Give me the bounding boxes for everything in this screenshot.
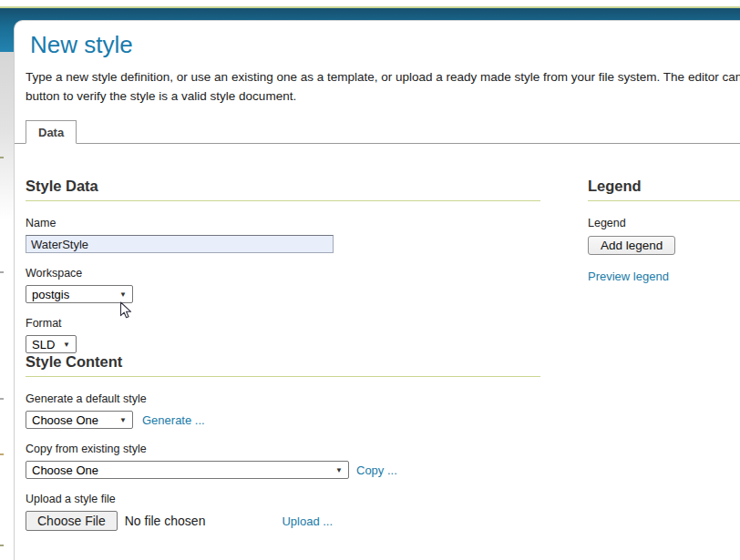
copy-label: Copy from existing style xyxy=(26,443,540,455)
copy-select-value: Choose One xyxy=(32,463,98,477)
upload-field-group: Upload a style file Choose File No file … xyxy=(26,493,540,531)
page-title: New style xyxy=(30,32,740,57)
left-edge-tick xyxy=(0,271,4,273)
style-name-input[interactable] xyxy=(26,235,334,253)
chevron-down-icon: ▼ xyxy=(119,416,127,424)
page-description-line1: Type a new style definition, or use an e… xyxy=(26,67,740,87)
chevron-down-icon: ▼ xyxy=(335,466,343,474)
generate-label: Generate a default style xyxy=(26,392,540,405)
style-form-column: Style Data Name Workspace postgis ▼ Form… xyxy=(26,178,540,531)
left-edge-tick xyxy=(0,453,4,455)
format-label: Format xyxy=(26,317,540,330)
add-legend-button[interactable]: Add legend xyxy=(588,236,675,255)
chevron-down-icon: ▼ xyxy=(63,341,70,349)
name-field-group: Name xyxy=(26,217,540,253)
workspace-select-value: postgis xyxy=(32,288,69,301)
format-field-group: Format SLD ▼ xyxy=(26,317,540,353)
page-description: Type a new style definition, or use an e… xyxy=(26,67,740,106)
main-columns: Style Data Name Workspace postgis ▼ Form… xyxy=(26,178,740,531)
format-select-value: SLD xyxy=(32,338,55,351)
top-white-strip xyxy=(0,0,740,6)
style-content-heading: Style Content xyxy=(26,353,540,377)
workspace-select[interactable]: postgis ▼ xyxy=(26,285,133,303)
copy-field-group: Copy from existing style Choose One ▼ Co… xyxy=(26,443,540,479)
generate-select-value: Choose One xyxy=(32,413,98,427)
upload-link[interactable]: Upload ... xyxy=(282,514,333,528)
tab-data[interactable]: Data xyxy=(26,120,77,144)
copy-style-select[interactable]: Choose One ▼ xyxy=(26,461,349,479)
left-edge-tick xyxy=(0,545,4,546)
copy-link[interactable]: Copy ... xyxy=(356,463,397,477)
chevron-down-icon: ▼ xyxy=(119,290,127,299)
page-description-line2: button to verify the style is a valid st… xyxy=(26,87,740,106)
tab-bar: Data xyxy=(15,120,740,144)
preview-legend-link[interactable]: Preview legend xyxy=(588,270,669,283)
generate-link[interactable]: Generate ... xyxy=(142,413,205,427)
workspace-label: Workspace xyxy=(26,267,540,280)
name-label: Name xyxy=(26,217,540,229)
generate-style-select[interactable]: Choose One ▼ xyxy=(26,411,133,429)
legend-column: Legend Legend Add legend Preview legend xyxy=(588,178,740,531)
left-gutter-shadow xyxy=(0,52,14,220)
upload-label: Upload a style file xyxy=(26,493,540,505)
content-card: New style Type a new style definition, o… xyxy=(14,20,740,560)
choose-file-button[interactable]: Choose File xyxy=(26,511,118,531)
legend-heading: Legend xyxy=(588,178,740,201)
file-status-text: No file chosen xyxy=(125,514,206,528)
left-edge-tick xyxy=(0,398,4,400)
style-data-heading: Style Data xyxy=(26,178,540,201)
format-select[interactable]: SLD ▼ xyxy=(26,335,77,353)
legend-label: Legend xyxy=(588,217,740,229)
left-edge-tick xyxy=(0,157,4,158)
generate-field-group: Generate a default style Choose One ▼ Ge… xyxy=(26,392,540,429)
workspace-field-group: Workspace postgis ▼ xyxy=(26,267,540,303)
